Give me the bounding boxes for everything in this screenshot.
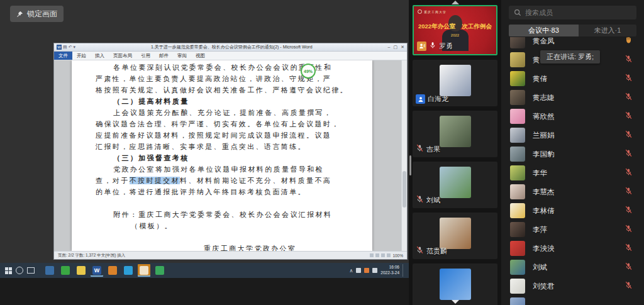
participant-name: 黄倩 <box>533 74 547 84</box>
view-button[interactable] <box>375 253 379 257</box>
taskbar-app-meeting-app[interactable] <box>138 264 150 277</box>
participant-video-avatar <box>440 65 471 96</box>
taskbar-clock[interactable]: 16:06 2022-3-24 <box>380 265 399 276</box>
search-box[interactable] <box>509 6 636 19</box>
view-button[interactable] <box>370 253 374 257</box>
view-button[interactable] <box>381 253 385 257</box>
participant-row[interactable]: 李泱泱 <box>501 239 644 258</box>
document-text: 各单位要深刻认识党委常委会、校长办公会会议的重要性和严肃性，单位主要负责人要提高… <box>96 62 355 251</box>
tray-date: 2022-3-24 <box>380 270 399 276</box>
video-tile[interactable]: 刘斌 <box>413 162 497 208</box>
roster-tabs: 会议中·83 未进入·1 <box>509 25 636 36</box>
participant-video-avatar <box>440 218 471 249</box>
participant-video-name: 刘斌 <box>426 196 440 205</box>
participant-video-name: 罗勇 <box>439 42 453 51</box>
participant-avatar <box>510 260 525 275</box>
tray-icon[interactable] <box>372 268 377 273</box>
ribbon-tab-3[interactable]: 页面布局 <box>109 52 136 60</box>
participant-row[interactable]: 李萍 <box>501 220 644 239</box>
tray-icon[interactable] <box>356 268 361 273</box>
search-members-input[interactable] <box>525 9 631 16</box>
participant-avatar <box>510 147 525 162</box>
participant-row[interactable]: 蒋欣然 <box>501 107 644 126</box>
participant-name: 李林倩 <box>533 206 555 216</box>
scrollbar-thumb[interactable] <box>402 171 406 208</box>
show-desktop-button[interactable] <box>402 264 405 277</box>
undo-icon[interactable]: ↶ <box>69 45 72 50</box>
tray-ime-icon[interactable] <box>364 268 369 273</box>
ribbon-tab-file[interactable]: 文件 <box>54 52 72 60</box>
scroll-down-arrow-icon[interactable] <box>452 300 459 304</box>
system-tray: ∧ 16:06 2022-3-24 <box>350 264 409 277</box>
panel-resize-handle[interactable] <box>409 155 411 175</box>
participant-row[interactable]: 黄金凤 <box>501 37 644 50</box>
participant-row[interactable]: 刘斌 <box>501 258 644 277</box>
ribbon-tab-7[interactable]: 视图 <box>191 52 209 60</box>
document-page[interactable]: 各单位要深刻认识党委常委会、校长办公会会议的重要性和严肃性，单位主要负责人要提高… <box>72 60 372 251</box>
search-circle-icon[interactable] <box>16 267 23 274</box>
taskbar-app-file-explorer[interactable] <box>75 264 87 277</box>
video-tile[interactable]: 范贵麟 <box>413 213 497 259</box>
shared-screen-view: W ▤ ↶ ▾ 1.关于进一步规范党委常委会、校长办公会议暨例会工作的通知(2)… <box>0 0 409 278</box>
participant-row[interactable]: 李国豹 <box>501 145 644 164</box>
participant-video-name: 范贵麟 <box>426 247 447 256</box>
muted-mic-icon <box>416 143 424 155</box>
ribbon-tab-1[interactable]: 开始 <box>72 52 91 60</box>
lock-screen-button[interactable]: 锁定画面 <box>10 6 64 22</box>
ribbon-tab-5[interactable]: 邮件 <box>155 52 173 60</box>
audio-person-badge-icon <box>416 94 425 104</box>
maximize-button[interactable]: ▢ <box>394 45 398 50</box>
document-line: （三）加强督查考核 <box>96 152 355 164</box>
word-titlebar[interactable]: W ▤ ↶ ▾ 1.关于进一步规范党委常委会、校长办公会议暨例会工作的通知(2)… <box>54 43 407 52</box>
minimize-button[interactable]: – <box>388 45 391 50</box>
zoom-level[interactable]: 100% <box>392 253 403 258</box>
document-line: 严肃性，单位主要负责人要提高政治站位，讲政治、守规矩，严 <box>96 73 355 84</box>
tab-not-joined[interactable]: 未进入·1 <box>579 25 636 36</box>
taskbar-app-app-orange[interactable] <box>106 264 119 277</box>
ribbon-tab-6[interactable]: 审阅 <box>173 52 191 60</box>
participant-row[interactable]: 兰丽娟 <box>501 126 644 145</box>
participant-list: 黄金凤黄倩黄倩黄志婕蒋欣然兰丽娟李国豹李华李慧杰李林倩李萍李泱泱刘斌刘笑君 <box>501 37 644 305</box>
participant-row[interactable]: 李慧杰 <box>501 182 644 201</box>
raised-hand-icon <box>625 37 633 47</box>
video-tiles: 重庆工商大学 2022年办公室 次工作例会 2022 <box>413 5 497 305</box>
document-line: 重庆工商大学党政办公室 <box>96 243 355 251</box>
video-tile[interactable]: 白海龙 <box>413 60 497 106</box>
view-button[interactable] <box>387 253 391 257</box>
speaking-indicator-icon <box>417 42 426 51</box>
participant-row[interactable]: 黄倩 <box>501 69 644 88</box>
ribbon-tab-2[interactable]: 插入 <box>91 52 109 60</box>
close-button[interactable]: ✕ <box>401 45 404 50</box>
taskbar-app-app-teal[interactable] <box>153 264 166 277</box>
participant-row[interactable]: 黄志婕 <box>501 88 644 107</box>
tab-in-meeting[interactable]: 会议中·83 <box>509 25 579 36</box>
muted-mic-icon <box>625 73 633 84</box>
tray-expand-icon[interactable]: ∧ <box>350 268 353 274</box>
vertical-scrollbar[interactable] <box>401 60 407 251</box>
participant-row[interactable]: 刘笑君 <box>501 277 644 296</box>
scroll-up-arrow-icon[interactable] <box>452 1 459 4</box>
task-view-icon[interactable] <box>27 267 35 274</box>
app-orange-icon <box>108 266 117 275</box>
muted-mic-icon <box>625 111 633 122</box>
muted-mic-icon <box>625 205 633 216</box>
save-icon[interactable]: ▤ <box>63 45 67 50</box>
muted-mic-icon <box>625 186 633 197</box>
taskbar-app-app-green[interactable] <box>59 264 72 277</box>
participant-row[interactable]: 李林倩 <box>501 201 644 220</box>
active-speaker-tile[interactable]: 重庆工商大学 2022年办公室 次工作例会 2022 <box>413 5 497 55</box>
taskbar-app-app-blue[interactable] <box>43 264 56 277</box>
participant-row[interactable]: 李华 <box>501 164 644 182</box>
document-line: 查，对于不按时提交材料、材料前期论证不充分、材料质量不高 <box>96 175 355 186</box>
participant-avatar <box>510 184 525 199</box>
participant-row[interactable] <box>501 296 644 305</box>
video-tile[interactable] <box>413 263 497 305</box>
app-teal-icon <box>155 266 164 275</box>
muted-mic-icon <box>625 92 633 103</box>
taskbar-app-word-app[interactable]: W <box>91 264 103 277</box>
participant-name: 李国豹 <box>533 150 555 159</box>
video-tile[interactable]: 吉果 <box>413 111 497 157</box>
taskbar-app-app-lightblue[interactable] <box>122 264 135 277</box>
start-button[interactable] <box>5 267 12 274</box>
ribbon-tab-4[interactable]: 引用 <box>136 52 155 60</box>
